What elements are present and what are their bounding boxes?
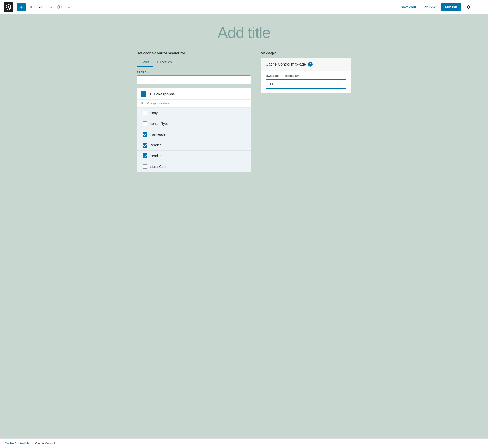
breadcrumb-cache-control: Cache Control: [35, 441, 55, 445]
max-age-input[interactable]: [266, 79, 346, 89]
checkbox-statusCode[interactable]: [143, 164, 147, 169]
wp-logo: [4, 2, 13, 12]
main-content: Add title Set cache-control header for: …: [0, 14, 488, 439]
checkbox-header[interactable]: [143, 143, 147, 147]
list-item[interactable]: contentType: [137, 119, 251, 129]
list-item[interactable]: body: [137, 108, 251, 119]
checkbox-list: body contentType hasHeader header: [137, 108, 251, 172]
group-header: − HTTPResponse: [137, 88, 251, 100]
gear-icon: ⚙: [467, 5, 470, 10]
info-icon: ⓘ: [57, 4, 62, 10]
checkbox-hasHeader[interactable]: [143, 132, 147, 137]
list-icon: ≡: [68, 5, 71, 9]
topbar: ＋ ✏ ↩ ↪ ⓘ ≡ Save draft Preview Publish ⚙…: [0, 0, 488, 14]
max-age-field-label: MAX-AGE (IN SECONDS): [266, 75, 346, 77]
redo-icon: ↪: [48, 5, 52, 10]
max-age-title: Cache Control max-age: [266, 62, 306, 66]
help-icon[interactable]: ?: [308, 62, 313, 67]
breadcrumb-cache-control-list[interactable]: Cache Control List: [5, 441, 30, 445]
settings-button[interactable]: ⚙: [464, 3, 473, 11]
field-label-statusCode: statusCode: [150, 165, 167, 168]
pencil-icon: ✏: [29, 5, 33, 10]
page-title[interactable]: Add title: [137, 24, 351, 41]
list-item[interactable]: statusCode: [137, 161, 251, 172]
tab-fields[interactable]: Fields: [137, 58, 153, 67]
info-button[interactable]: ⓘ: [55, 3, 64, 11]
checkbox-contentType[interactable]: [143, 121, 147, 126]
max-age-card: Cache Control max-age ? MAX-AGE (IN SECO…: [261, 58, 351, 93]
field-label-headers: headers: [150, 154, 162, 158]
add-block-button[interactable]: ＋: [17, 3, 26, 11]
tabs: Fields Directives: [137, 58, 251, 67]
minus-icon: −: [143, 92, 144, 96]
plus-icon: ＋: [19, 4, 24, 10]
max-age-header: Cache Control max-age ?: [261, 58, 351, 71]
bottom-bar: Cache Control List › Cache Control: [0, 439, 488, 448]
left-column: Set cache-control header for: Fields Dir…: [137, 51, 251, 172]
group-title: HTTPResponse: [148, 92, 175, 96]
field-label-hasHeader: hasHeader: [150, 133, 167, 136]
breadcrumb-separator: ›: [32, 441, 33, 445]
list-item[interactable]: headers: [137, 151, 251, 161]
publish-button[interactable]: Publish: [440, 3, 461, 11]
max-age-body: MAX-AGE (IN SECONDS): [261, 71, 351, 93]
topbar-left: ＋ ✏ ↩ ↪ ⓘ ≡: [17, 3, 73, 11]
field-label-contentType: contentType: [150, 122, 168, 126]
tab-directives[interactable]: Directives: [153, 58, 175, 67]
search-input[interactable]: [137, 75, 251, 84]
preview-button[interactable]: Preview: [421, 4, 438, 10]
more-options-button[interactable]: ⋮: [476, 3, 484, 11]
page-title-area: Add title: [137, 24, 351, 41]
list-item[interactable]: hasHeader: [137, 129, 251, 140]
group-description: HTTP response data: [137, 100, 251, 108]
ellipsis-icon: ⋮: [478, 5, 482, 10]
collapse-button[interactable]: −: [141, 91, 146, 96]
field-label-header: header: [150, 143, 161, 147]
right-column: Max-age: Cache Control max-age ? MAX-AGE…: [261, 51, 351, 93]
topbar-right: Save draft Preview Publish ⚙ ⋮: [398, 3, 484, 11]
undo-icon: ↩: [39, 5, 42, 10]
left-section-label: Set cache-control header for:: [137, 51, 251, 55]
two-col-layout: Set cache-control header for: Fields Dir…: [137, 51, 351, 172]
edit-button[interactable]: ✏: [27, 3, 35, 11]
save-draft-button[interactable]: Save draft: [398, 4, 418, 10]
search-label: SEARCH: [137, 71, 251, 74]
tree-container: − HTTPResponse HTTP response data body c…: [137, 88, 251, 172]
field-label-body: body: [150, 111, 158, 115]
redo-button[interactable]: ↪: [46, 3, 54, 11]
undo-button[interactable]: ↩: [36, 3, 45, 11]
list-item[interactable]: header: [137, 140, 251, 151]
list-view-button[interactable]: ≡: [65, 3, 73, 11]
right-section-label: Max-age:: [261, 51, 351, 55]
checkbox-headers[interactable]: [143, 153, 147, 158]
checkbox-body[interactable]: [143, 111, 147, 115]
